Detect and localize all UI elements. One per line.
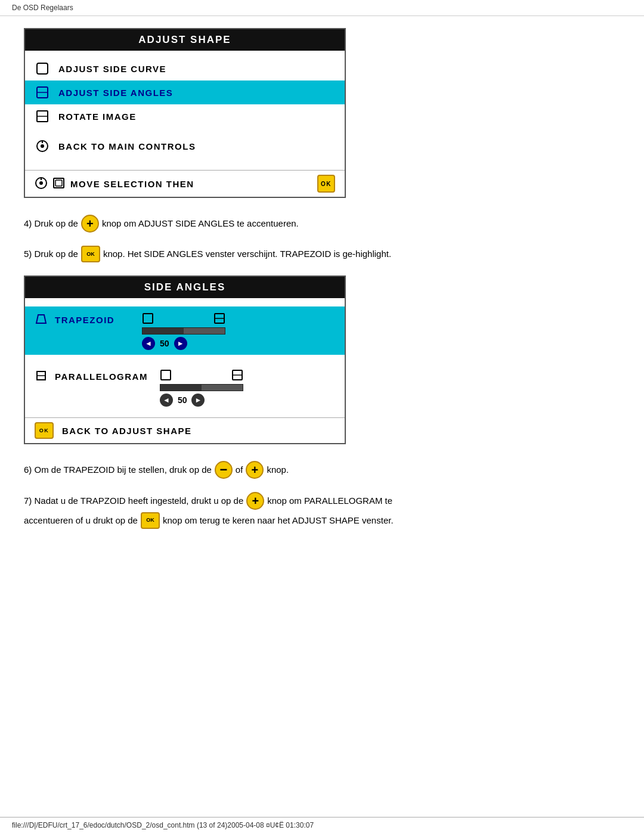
menu-item-rotate-image[interactable]: ROTATE IMAGE (25, 104, 345, 128)
step6-instruction: 6) Om de TRAPEZOID bij te stellen, druk … (24, 461, 620, 479)
sa-spacer-top (25, 298, 345, 306)
trapezoid-row[interactable]: TRAPEZOID (25, 306, 345, 355)
ok-button-5: OK (81, 246, 100, 262)
dial-icon (35, 138, 50, 154)
svg-rect-14 (143, 314, 153, 323)
trapezoid-icon-left (142, 312, 154, 326)
menu-bottom-row: MOVE SELECTION THEN OK (25, 170, 345, 197)
step6-mid: of (236, 463, 243, 477)
adjust-shape-items: ADJUST SIDE CURVE ADJUST SIDE ANGLES (25, 51, 345, 170)
plus-button-6: + (246, 461, 264, 479)
trapezoid-text: TRAPEZOID (55, 315, 114, 325)
svg-point-9 (39, 181, 43, 185)
menu-separator-2 (25, 158, 345, 164)
parallelogram-text: PARALLELOGRAM (55, 371, 148, 382)
parallelogram-value: 50 (178, 395, 187, 405)
sa-back-label: BACK TO ADJUST SHAPE (62, 426, 192, 436)
trapezoid-slider-fill (143, 328, 184, 334)
curve-icon-1 (35, 61, 50, 76)
step7-instruction: 7) Nadat u de TRAPZOID heeft ingesteld, … (24, 492, 620, 529)
step7-line2-pre: accentueren of u drukt op de (24, 513, 138, 528)
menu-item-label-curve: ADJUST SIDE CURVE (58, 64, 166, 74)
step5-mid: knop. Het SIDE ANGLES venster verschijnt… (103, 247, 391, 261)
trapezoid-arrow-left[interactable]: ◄ (142, 337, 155, 350)
parallelogram-icon (35, 369, 48, 384)
trapezoid-value-row: ◄ 50 ► (142, 337, 187, 350)
svg-rect-0 (37, 63, 48, 74)
trapezoid-label: TRAPEZOID (35, 312, 130, 327)
svg-point-6 (41, 144, 44, 148)
bottom-left-label: MOVE SELECTION THEN (70, 179, 194, 189)
parallelogram-row[interactable]: PARALLELOGRAM (25, 363, 345, 411)
trapezoid-controls: ◄ 50 ► (136, 312, 335, 350)
step7-line2: accentueren of u drukt op de OK knop om … (24, 512, 620, 529)
side-angles-box: SIDE ANGLES TRAPEZOID (24, 275, 346, 444)
step5-instruction: 5) Druk op de OK knop. Het SIDE ANGLES v… (24, 246, 620, 262)
menu-item-label-back: BACK TO MAIN CONTROLS (58, 141, 196, 151)
sa-back-row[interactable]: OK BACK TO ADJUST SHAPE (25, 417, 345, 443)
menu-item-back-main[interactable]: BACK TO MAIN CONTROLS (25, 134, 345, 158)
ok-button-7: OK (141, 512, 160, 529)
trapezoid-value: 50 (160, 339, 169, 348)
bottom-left: MOVE SELECTION THEN (35, 176, 194, 191)
svg-marker-13 (36, 315, 46, 323)
step4-mid: knop om ADJUST SIDE ANGLES te accentuere… (102, 216, 299, 231)
parallelogram-arrow-right[interactable]: ► (191, 394, 205, 407)
plus-button-7: + (246, 492, 264, 510)
adjust-shape-box: ADJUST SHAPE ADJUST SIDE CURVE (24, 28, 346, 198)
menu-item-adjust-side-angles[interactable]: ADJUST SIDE ANGLES (25, 80, 345, 104)
parallelogram-icon-right (231, 369, 243, 383)
square-icon-2 (52, 176, 66, 191)
step6-end: knop. (267, 463, 289, 477)
svg-rect-19 (161, 370, 171, 380)
step5-pre: 5) Druk op de (24, 247, 78, 261)
ok-button-box: OK (317, 175, 335, 193)
parallelogram-top-icons (160, 369, 243, 383)
menu-item-label-rotate: ROTATE IMAGE (58, 112, 137, 122)
square-icon (35, 109, 50, 124)
breadcrumb-text: De OSD Regelaars (12, 4, 73, 12)
parallelogram-icon-left (160, 369, 172, 383)
ok-button-sa-back: OK (35, 422, 54, 439)
trapezoid-icon-right (213, 312, 225, 326)
trapezoid-top-icons (142, 312, 225, 326)
menu-item-adjust-side-curve[interactable]: ADJUST SIDE CURVE (25, 57, 345, 80)
parallelogram-controls: ◄ 50 ► (154, 369, 335, 407)
step7-pre: 7) Nadat u de TRAPZOID heeft ingesteld, … (24, 493, 243, 509)
trapezoid-arrow-right[interactable]: ► (174, 337, 187, 350)
parallelogram-value-row: ◄ 50 ► (160, 394, 205, 407)
svg-rect-12 (55, 180, 62, 186)
step6-pre: 6) Om de TRAPEZOID bij te stellen, druk … (24, 463, 212, 477)
menu-item-label-angles: ADJUST SIDE ANGLES (58, 88, 173, 98)
step7-line1: 7) Nadat u de TRAPZOID heeft ingesteld, … (24, 492, 620, 510)
trapezoid-slider[interactable] (142, 327, 225, 335)
step4-pre: 4) Druk op de (24, 216, 78, 231)
plus-button-4: + (81, 215, 99, 233)
menu-separator-1 (25, 128, 345, 134)
sa-spacer-bottom (25, 411, 345, 417)
side-angles-title: SIDE ANGLES (25, 277, 345, 298)
dial-icon-2 (35, 176, 48, 191)
main-content: ADJUST SHAPE ADJUST SIDE CURVE (0, 16, 644, 578)
parallelogram-slider-fill (160, 385, 202, 391)
minus-button-6: − (215, 461, 233, 479)
trapezoid-icon (35, 312, 48, 327)
adjust-shape-title: ADJUST SHAPE (25, 29, 345, 51)
parallelogram-arrow-left[interactable]: ◄ (160, 394, 173, 407)
step4-instruction: 4) Druk op de + knop om ADJUST SIDE ANGL… (24, 215, 620, 233)
parallelogram-slider[interactable] (160, 384, 243, 391)
step7-mid: knop om PARALLELOGRAM te (267, 493, 392, 509)
footer: file:///D|/EDFU/crt_17_6/edoc/dutch/OSD_… (0, 817, 644, 833)
parallelogram-label: PARALLELOGRAM (35, 369, 148, 384)
breadcrumb: De OSD Regelaars (0, 0, 644, 16)
step7-line2-mid: knop om terug te keren naar het ADJUST S… (163, 513, 394, 528)
curve-icon-2 (35, 85, 50, 100)
sa-spacer-mid (25, 355, 345, 363)
ok-label: OK (321, 181, 332, 187)
footer-text: file:///D|/EDFU/crt_17_6/edoc/dutch/OSD_… (12, 821, 314, 829)
